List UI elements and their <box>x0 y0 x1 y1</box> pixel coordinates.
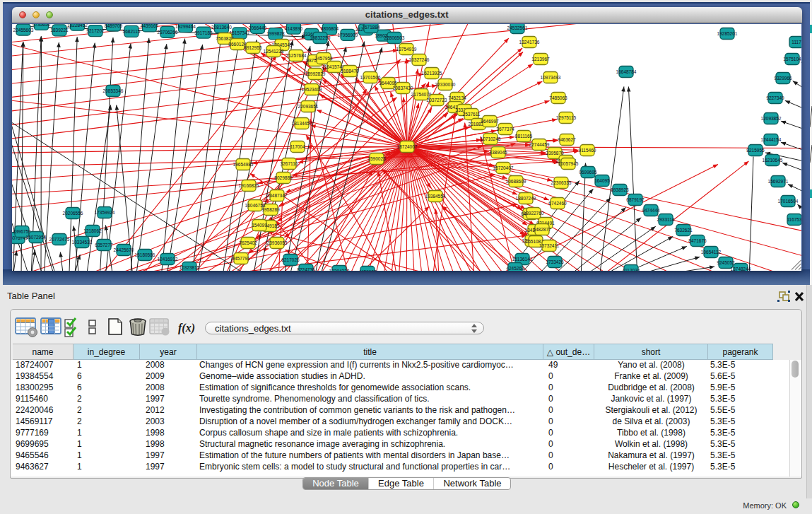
svg-text:8224730: 8224730 <box>297 267 315 271</box>
svg-text:9474444: 9474444 <box>642 208 660 213</box>
svg-text:10334531: 10334531 <box>72 240 93 245</box>
svg-text:6357277: 6357277 <box>95 243 113 247</box>
svg-text:1999828: 1999828 <box>266 31 285 36</box>
svg-text:13754919: 13754919 <box>396 47 417 52</box>
svg-text:10057945: 10057945 <box>558 161 579 166</box>
svg-text:22330030: 22330030 <box>435 82 456 87</box>
svg-text:1839221: 1839221 <box>50 28 69 33</box>
svg-text:19523409: 19523409 <box>302 87 322 92</box>
svg-text:20206556: 20206556 <box>63 211 83 216</box>
svg-text:8646997: 8646997 <box>481 119 499 124</box>
svg-text:21754078: 21754078 <box>411 92 432 97</box>
svg-text:23487347: 23487347 <box>267 193 288 198</box>
svg-text:3917183: 3917183 <box>194 30 213 35</box>
svg-text:19285201: 19285201 <box>717 31 738 36</box>
svg-text:12294238: 12294238 <box>329 269 350 271</box>
svg-text:4735650: 4735650 <box>33 24 51 27</box>
svg-text:20813640: 20813640 <box>211 25 232 30</box>
svg-text:18922760: 18922760 <box>524 211 544 216</box>
svg-text:9245052: 9245052 <box>717 260 735 265</box>
svg-text:5188470: 5188470 <box>341 69 359 74</box>
svg-text:3644095: 3644095 <box>379 81 397 86</box>
svg-text:19166825: 19166825 <box>239 183 259 188</box>
svg-text:8471676: 8471676 <box>688 238 707 243</box>
svg-text:16046758: 16046758 <box>245 203 266 208</box>
svg-text:17016504: 17016504 <box>778 199 799 204</box>
svg-text:2933114: 2933114 <box>657 217 675 222</box>
svg-text:23936053: 23936053 <box>267 240 288 245</box>
svg-text:13732411: 13732411 <box>539 243 560 248</box>
svg-text:4112034: 4112034 <box>623 268 640 271</box>
svg-text:10688609: 10688609 <box>506 179 526 184</box>
svg-text:18992829: 18992829 <box>305 71 326 76</box>
svg-text:12975115: 12975115 <box>556 115 577 120</box>
svg-text:10228452: 10228452 <box>67 24 88 28</box>
svg-text:16648784: 16648784 <box>616 69 637 74</box>
svg-text:16210645: 16210645 <box>763 158 783 163</box>
svg-text:7452134: 7452134 <box>448 95 466 100</box>
svg-text:8806804: 8806804 <box>321 26 339 31</box>
svg-text:9217207: 9217207 <box>86 28 105 33</box>
svg-text:1575104: 1575104 <box>783 57 801 62</box>
svg-text:19299464: 19299464 <box>175 24 196 29</box>
svg-text:1733426: 1733426 <box>546 259 564 264</box>
svg-text:5682115: 5682115 <box>123 28 141 33</box>
svg-text:12541238: 12541238 <box>264 49 284 54</box>
svg-text:19384554: 19384554 <box>425 194 446 199</box>
svg-text:16072954: 16072954 <box>26 235 47 240</box>
svg-text:4389045: 4389045 <box>489 150 507 155</box>
svg-text:4429607: 4429607 <box>358 269 377 271</box>
svg-text:22093651: 22093651 <box>298 104 319 109</box>
svg-text:10323815: 10323815 <box>180 265 200 270</box>
svg-text:1213967: 1213967 <box>531 57 550 62</box>
svg-text:9329966: 9329966 <box>774 76 792 81</box>
svg-text:8215955: 8215955 <box>746 148 765 153</box>
svg-text:6742460: 6742460 <box>548 201 567 206</box>
svg-text:13701506: 13701506 <box>360 75 381 80</box>
svg-text:1590023: 1590023 <box>367 156 386 161</box>
svg-text:10654112: 10654112 <box>701 250 722 255</box>
svg-text:8912955: 8912955 <box>244 45 262 50</box>
svg-text:23706266: 23706266 <box>158 29 178 34</box>
svg-text:10837430: 10837430 <box>393 86 413 90</box>
svg-text:15720407: 15720407 <box>493 165 514 170</box>
svg-text:8029889: 8029889 <box>274 175 293 180</box>
svg-text:22744459: 22744459 <box>529 142 550 147</box>
svg-text:21257684: 21257684 <box>286 53 307 58</box>
svg-text:15136141: 15136141 <box>512 257 533 262</box>
svg-text:16213925: 16213925 <box>422 71 442 76</box>
svg-text:8396759: 8396759 <box>13 229 31 234</box>
svg-text:2537611: 2537611 <box>463 112 481 117</box>
svg-text:12444154: 12444154 <box>761 137 782 142</box>
svg-text:20853346: 20853346 <box>103 88 124 93</box>
svg-text:4143890: 4143890 <box>285 25 303 30</box>
svg-text:20772475: 20772475 <box>49 237 70 242</box>
svg-text:154099: 154099 <box>252 223 267 228</box>
svg-text:1117: 1117 <box>792 40 801 45</box>
svg-text:8489709: 8489709 <box>105 24 123 28</box>
svg-text:19832259: 19832259 <box>310 35 331 40</box>
svg-text:3677374: 3677374 <box>496 127 514 132</box>
svg-text:22455603: 22455603 <box>13 27 34 32</box>
svg-text:9115460: 9115460 <box>579 148 596 153</box>
svg-text:13748244: 13748244 <box>731 267 751 271</box>
svg-text:9227349: 9227349 <box>766 95 784 100</box>
svg-text:7485063: 7485063 <box>549 95 567 100</box>
svg-text:4439167: 4439167 <box>141 24 159 28</box>
svg-text:117004: 117004 <box>290 144 305 149</box>
svg-text:24425670: 24425670 <box>114 247 134 252</box>
svg-text:19654985: 19654985 <box>233 162 254 167</box>
svg-text:13241736: 13241736 <box>519 40 540 45</box>
svg-text:7625402: 7625402 <box>239 240 257 245</box>
svg-text:8938923: 8938923 <box>611 187 629 192</box>
svg-text:8811165: 8811165 <box>515 134 533 139</box>
svg-text:f(x): f(x) <box>178 322 195 334</box>
svg-text:24532561: 24532561 <box>507 25 528 30</box>
svg-text:17956909: 17956909 <box>338 32 358 37</box>
svg-text:3267110: 3267110 <box>281 161 298 166</box>
svg-text:17359924: 17359924 <box>95 210 115 215</box>
svg-text:9457791: 9457791 <box>232 256 250 261</box>
svg-text:164095: 164095 <box>594 178 610 183</box>
svg-text:10327246: 10327246 <box>409 57 430 62</box>
svg-text:1218062: 1218062 <box>83 228 102 233</box>
